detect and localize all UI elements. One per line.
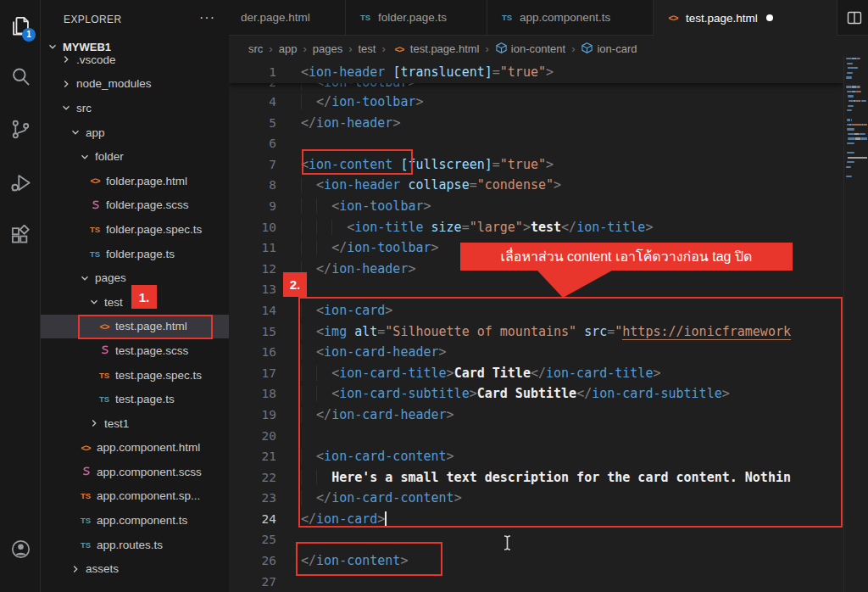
code-line-21[interactable]: 21 <ion-card-content> [229,446,843,467]
code-line-22[interactable]: 22 Here's a small text description for t… [229,467,843,489]
activity-bar: 1 [0,0,41,592]
breadcrumb-item-test.page.html[interactable]: <>test.page.html [392,42,480,56]
tree-item-assets[interactable]: assets [41,556,229,581]
tab-folder.page.ts[interactable]: TSfolder.page.ts [346,0,487,35]
tab-test.page.html[interactable]: <>test.page.html [654,0,837,36]
source-control-activity-button[interactable] [0,109,41,149]
code-line-7[interactable]: 7<ion-content [fullscreen]="true"> [229,154,843,176]
typescript-file-icon: TS [87,247,103,260]
line-number: 23 [229,488,301,509]
tree-item-test[interactable]: test [41,290,229,315]
tree-item-folder.page.html[interactable]: <>folder.page.html [41,169,229,193]
extensions-activity-button[interactable] [0,215,41,256]
minimap[interactable] [843,56,868,592]
tree-item-folder.page.spec.ts[interactable]: TSfolder.page.spec.ts [41,217,229,242]
tree-item-.vscode[interactable]: .vscode [41,56,229,72]
breadcrumb-separator: › [303,42,306,55]
tree-item-app.routes.ts[interactable]: TSapp.routes.ts [41,533,229,557]
breadcrumb-item-src[interactable]: src [248,42,263,55]
code-editor[interactable]: 1<ion-header [translucent]="true">2 <ion… [229,62,843,592]
sidebar-header: EXPLORER ··· [41,0,229,39]
breadcrumb-item-test[interactable]: test [359,42,376,55]
tree-item-test.page.spec.ts[interactable]: TStest.page.spec.ts [41,363,229,388]
code-line-15[interactable]: 15 <img alt="Silhouette of mountains" sr… [229,321,843,343]
line-number: 24 [229,509,301,530]
code-line-23[interactable]: 23 </ion-card-content> [229,488,843,509]
sticky-scroll-line[interactable]: 1<ion-header [translucent]="true"> [229,62,843,83]
code-line-14[interactable]: 14 <ion-card> [229,300,843,321]
line-content: <ion-toolbar> [301,83,843,92]
code-line-10[interactable]: 10 <ion-title size="large">test</ion-tit… [229,217,843,238]
minimap-line [854,142,854,144]
code-line-25[interactable]: 25 [229,529,843,550]
tree-item-test.page.html[interactable]: <>test.page.html [41,315,229,339]
code-line-5[interactable]: 5</ion-header> [229,113,843,134]
tree-item-app.component.scss[interactable]: app.component.scss [41,460,229,484]
code-line-13[interactable]: 13 [229,279,843,300]
line-number: 9 [229,196,301,217]
tree-item-src[interactable]: src [41,96,229,120]
breadcrumb-item-ion-content[interactable]: ion-content [495,42,565,57]
tree-item-test.page.scss[interactable]: test.page.scss [41,338,229,363]
code-line-2[interactable]: 2 <ion-toolbar> [229,83,843,92]
tree-item-label: test.page.spec.ts [115,369,202,382]
tab-der.page.html[interactable]: der.page.html [229,0,346,35]
line-number: 11 [229,237,301,259]
code-line-12[interactable]: 12 </ion-header> [229,259,843,280]
code-line-26[interactable]: 26</ion-content> [229,550,843,572]
breadcrumb-separator: › [348,42,352,55]
minimap-line [854,128,854,130]
more-actions-icon[interactable]: ··· [199,10,215,25]
code-line-16[interactable]: 16 <ion-card-header> [229,342,843,363]
line-number: 27 [229,572,301,592]
tab-label: der.page.html [241,11,310,24]
line-number: 21 [229,446,301,467]
code-line-18[interactable]: 18 <ion-card-subtitle>Card Subtitle</ion… [229,383,843,405]
code-line-8[interactable]: 8 <ion-header collapse="condense"> [229,175,843,196]
code-line-11[interactable]: 11 </ion-toolbar> [229,237,843,259]
code-line-19[interactable]: 19 </ion-card-header> [229,405,843,426]
tree-item-label: test.page.scss [115,344,188,357]
code-line-24[interactable]: 24</ion-card> [229,509,843,530]
breadcrumb-item-ion-card[interactable]: ion-card [581,42,637,57]
breadcrumb-item-app[interactable]: app [279,42,298,55]
code-line-1[interactable]: 1<ion-header [translucent]="true"> [229,62,843,83]
code-line-17[interactable]: 17 <ion-card-title>Card Title</ion-card-… [229,363,843,384]
accounts-activity-button[interactable] [0,528,41,569]
scss-file-icon [78,465,93,478]
tree-item-app.component.sp...[interactable]: TSapp.component.sp... [41,484,229,509]
breadcrumb-label: pages [313,42,342,55]
extensions-icon [9,225,32,248]
tree-item-label: node_modules [76,77,152,90]
minimap-line [852,63,853,64]
tree-item-label: folder.page.scss [106,198,189,211]
tree-item-app[interactable]: app [41,120,229,145]
tree-item-test1[interactable]: test1 [41,411,229,436]
tree-item-test.page.ts[interactable]: TStest.page.ts [41,387,229,411]
minimap-line [861,137,867,139]
breadcrumb-item-pages[interactable]: pages [313,42,342,55]
run-debug-activity-button[interactable] [0,162,41,203]
debug-icon [9,171,32,194]
tree-item-pages[interactable]: pages [41,265,229,290]
tree-item-node-modules[interactable]: node_modules [41,72,229,97]
breadcrumb-label: src [248,42,263,55]
tree-item-app.component.html[interactable]: <>app.component.html [41,436,229,461]
editor-actions[interactable] [846,0,863,35]
tree-item-folder.page.scss[interactable]: folder.page.scss [41,193,229,218]
code-line-20[interactable]: 20 [229,426,843,447]
tree-item-app.component.ts[interactable]: TSapp.component.ts [41,508,229,533]
explorer-activity-button[interactable]: 1 [0,5,41,46]
tree-item-folder[interactable]: folder [41,144,229,169]
code-line-6[interactable]: 6 [229,133,843,154]
search-activity-button[interactable] [0,56,41,97]
tree-item-folder.page.ts[interactable]: TSfolder.page.ts [41,242,229,266]
code-line-9[interactable]: 9 <ion-toolbar> [229,196,843,217]
tree-item-label: test1 [104,417,129,430]
tree-root-myweb1[interactable]: MYWEB1 [41,37,229,56]
line-content: </ion-card-header> [301,405,843,426]
code-line-27[interactable]: 27 [229,572,843,592]
code-line-4[interactable]: 4 </ion-toolbar> [229,92,843,113]
line-content: <img alt="Silhouette of mountains" src="… [301,321,843,343]
tab-app.component.ts[interactable]: TSapp.component.ts [487,0,654,35]
